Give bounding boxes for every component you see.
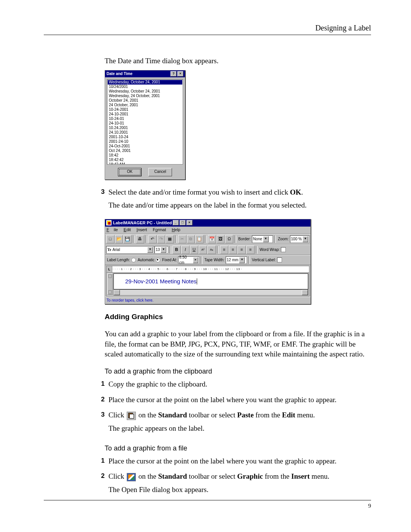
bold-icon[interactable]: B (172, 246, 181, 254)
menu-help[interactable]: Help (172, 227, 180, 233)
align-right-icon[interactable]: ≡ (237, 246, 246, 254)
label-content: 29-Nov-2001 Meeting Notes (125, 277, 197, 285)
date-icon[interactable]: 📅 (208, 235, 216, 243)
print-icon[interactable]: 🖶 (136, 235, 144, 243)
list-item[interactable]: 10-24-01 (108, 117, 182, 121)
zoom-combo[interactable]: 100 %▼ (290, 235, 309, 243)
step-1: 1 Place the cursor at the point on the l… (94, 456, 371, 470)
auto-radio[interactable] (131, 258, 136, 262)
copy-icon[interactable]: ⧉ (187, 235, 195, 243)
font-combo[interactable]: TrArial▼ (106, 246, 154, 254)
list-item[interactable]: Wednesday, October 24, 2001 (108, 89, 182, 94)
tapewidth-combo[interactable]: 12 mm▼ (226, 256, 247, 264)
menu-format[interactable]: Format (153, 227, 166, 233)
tapewidth-label: Tape Width: (204, 257, 225, 263)
format-listbox[interactable]: Wednesday, October 24, 2001 10/24/2001 W… (107, 79, 183, 165)
minimize-icon[interactable]: _ (173, 220, 179, 225)
step-1: 1 Copy the graphic to the clipboard. (94, 379, 371, 393)
format-toolbar: TrArial▼ 13▼ B I U A² A₂ ≡ ≡ ≡ ≡ Word Wr… (105, 244, 311, 255)
superscript-icon[interactable]: A² (199, 246, 207, 254)
list-item[interactable]: October 24, 2001 (108, 98, 182, 103)
list-item[interactable]: 10.24.2001 (108, 126, 182, 130)
dialog-titlebar: Date and Time ? × (105, 70, 185, 77)
new-icon[interactable]: □ (106, 235, 115, 243)
page-number: 9 (368, 503, 371, 509)
graphic-icon[interactable]: 🖼 (217, 235, 225, 243)
section-para: You can add a graphic to your label from… (105, 329, 371, 359)
wordwrap-label: Word Wrap: (259, 247, 280, 252)
procedure-heading: To add a graphic from a file (105, 444, 371, 453)
undo-icon[interactable]: ↶ (148, 235, 157, 243)
list-item[interactable]: 2001-24-10 (108, 139, 182, 144)
section-heading: Adding Graphics (105, 312, 371, 322)
list-item[interactable]: 24-10-2001 (108, 112, 182, 117)
step-text: Select the date and/or time format you w… (108, 187, 371, 198)
size-combo[interactable]: 13▼ (155, 246, 168, 254)
align-justify-icon[interactable]: ≡ (246, 246, 255, 254)
ruler: L · · · · 1 · · · 2 · · · 3 · · · 4 · · … (106, 266, 309, 273)
window-titlebar: LabelMANAGER PC - Untitled _ □ × (105, 219, 311, 227)
list-item[interactable]: 10/24/2001 (108, 85, 182, 89)
fixed-radio[interactable] (156, 258, 160, 262)
align-center-icon[interactable]: ≡ (229, 246, 237, 254)
length-label: Label Length: (106, 257, 131, 263)
window-title: LabelMANAGER PC - Untitled (113, 220, 172, 226)
ok-button[interactable]: OK (118, 168, 142, 176)
list-item[interactable]: Oct 24, 2001 (108, 149, 182, 153)
fixed-input[interactable]: 8.50 cm▸ (178, 256, 199, 264)
label-area: 29-Nov-2001 Meeting Notes (106, 273, 309, 297)
maximize-icon[interactable]: □ (180, 220, 186, 225)
list-item[interactable]: 24-10-01 (108, 121, 182, 126)
italic-icon[interactable]: I (181, 246, 190, 254)
label-canvas[interactable]: 29-Nov-2001 Meeting Notes (113, 273, 308, 289)
step-3: 3 Select the date and/or time format you… (94, 187, 371, 214)
procedure-heading: To add a graphic from the clipboard (105, 367, 371, 376)
close-icon[interactable]: × (177, 71, 183, 77)
insert-graphic-icon (127, 473, 136, 481)
list-item[interactable]: Wednesday, October 24, 2001 (108, 80, 182, 85)
list-item[interactable]: 2001-10-24 (108, 135, 182, 139)
tool-icon[interactable]: ▦ (166, 235, 174, 243)
menu-edit[interactable]: Edit (124, 227, 131, 233)
close-icon[interactable]: × (186, 220, 193, 225)
align-left-icon[interactable]: ≡ (220, 246, 228, 254)
paste-icon (127, 412, 136, 420)
statusbar[interactable]: To reorder tapes, click here. (105, 297, 311, 304)
list-item[interactable]: 18:42 AM (108, 162, 182, 165)
date-time-dialog: Date and Time ? × Wednesday, October 24,… (105, 70, 185, 180)
vertical-label: Vertical Label: (251, 257, 277, 263)
border-combo[interactable]: None▼ (252, 235, 273, 243)
list-item[interactable]: 24 October, 2001 (108, 103, 182, 107)
list-item[interactable]: 24-Oct-2001 (108, 144, 182, 149)
underline-icon[interactable]: U (190, 246, 198, 254)
cancel-button[interactable]: Cancel (148, 168, 172, 176)
ruler-origin: L (107, 266, 112, 272)
page-footer: 9 (44, 500, 371, 509)
app-icon (106, 220, 112, 225)
list-item[interactable]: Wednesday, 24 October, 2001 (108, 94, 182, 98)
step-result: The date and/or time appears on the labe… (108, 200, 371, 211)
vertical-slider[interactable] (107, 273, 113, 295)
list-item[interactable]: 18:42 (108, 153, 182, 158)
save-icon[interactable]: 💾 (123, 235, 132, 243)
vertical-checkbox[interactable] (277, 257, 282, 262)
wordwrap-checkbox[interactable] (281, 247, 286, 252)
redo-icon[interactable]: ↷ (157, 235, 166, 243)
symbol-icon[interactable]: Ω (225, 235, 233, 243)
cut-icon[interactable]: ✂ (178, 235, 186, 243)
menu-file[interactable]: File (107, 227, 118, 233)
paste-icon[interactable]: 📋 (195, 235, 204, 243)
open-icon[interactable]: 📂 (115, 235, 123, 243)
dialog-title: Date and Time (107, 71, 132, 77)
intro-text: The Date and Time dialog box appears. (105, 56, 371, 66)
horizontal-scrollbar[interactable] (113, 289, 308, 296)
list-item[interactable]: 24.10.2001 (108, 130, 182, 135)
list-item[interactable]: 18:42:42 (108, 158, 182, 162)
step-2: 2 Place the cursor at the point on the l… (94, 395, 371, 408)
subscript-icon[interactable]: A₂ (207, 246, 216, 254)
list-item[interactable]: 10-24-2001 (108, 107, 182, 112)
ruler-ticks: · · · · 1 · · · 2 · · · 3 · · · 4 · · · … (112, 266, 309, 272)
help-icon[interactable]: ? (170, 71, 177, 77)
label-toolbar: Label Length: Automatic Fixed At: 8.50 c… (105, 255, 311, 265)
menu-insert[interactable]: Insert (137, 227, 147, 233)
